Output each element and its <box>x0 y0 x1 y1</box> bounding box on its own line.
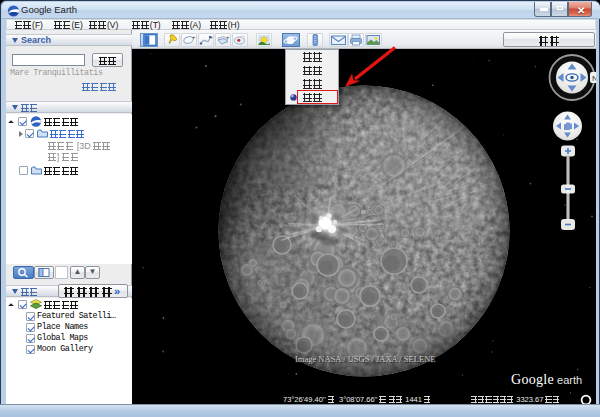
svg-text:+: + <box>226 34 230 40</box>
svg-text:+: + <box>210 34 214 40</box>
svg-text:+: + <box>192 34 196 40</box>
svg-text:N: N <box>592 74 596 83</box>
